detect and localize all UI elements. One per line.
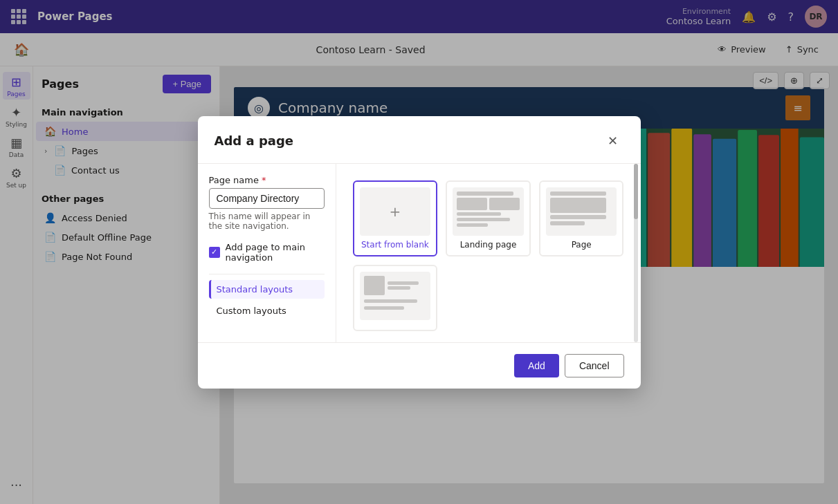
plus-icon: +	[389, 203, 401, 220]
page-name-input[interactable]	[209, 188, 325, 209]
layout-card-page[interactable]: Page	[539, 180, 624, 256]
landing-layout-label: Landing page	[460, 240, 517, 250]
required-indicator: *	[262, 175, 266, 185]
nav-checkbox-row: Add page to main navigation	[209, 242, 325, 263]
landing-layout-thumb	[453, 187, 524, 236]
page-layout-thumb	[546, 187, 617, 236]
page-layout-label: Page	[572, 240, 592, 250]
modal-form-section: Page name * This name will appear in the…	[198, 164, 336, 342]
page-name-hint: This name will appear in the site naviga…	[209, 212, 325, 231]
standard-layouts-tab[interactable]: Standard layouts	[209, 280, 325, 299]
layouts-grid: + Start from blank	[353, 180, 624, 331]
add-button[interactable]: Add	[514, 354, 559, 377]
blank-layout-label: Start from blank	[361, 240, 429, 250]
cancel-button[interactable]: Cancel	[565, 354, 624, 377]
nav-checkbox-label: Add page to main navigation	[226, 242, 325, 263]
modal-header: Add a page ✕	[198, 116, 641, 164]
layout-tabs: Standard layouts Custom layouts	[209, 280, 325, 320]
modal-footer: Add Cancel	[198, 342, 641, 389]
page-name-label: Page name *	[209, 175, 325, 185]
layout-card-landing[interactable]: Landing page	[446, 180, 531, 256]
layout-card-fourth[interactable]	[353, 265, 438, 331]
layout-card-blank[interactable]: + Start from blank	[353, 180, 438, 256]
modal-close-button[interactable]: ✕	[602, 130, 624, 152]
scroll-indicator	[634, 164, 638, 342]
custom-layouts-tab[interactable]: Custom layouts	[209, 301, 325, 320]
add-page-modal: Add a page ✕ Page name * This name will …	[198, 116, 641, 389]
modal-layouts-section: + Start from blank	[336, 164, 641, 342]
blank-layout-thumb: +	[360, 187, 431, 236]
divider	[209, 274, 325, 274]
modal-overlay: Add a page ✕ Page name * This name will …	[0, 0, 838, 504]
fourth-layout-thumb	[360, 272, 431, 320]
page-name-group: Page name * This name will appear in the…	[209, 175, 325, 231]
modal-body: Page name * This name will appear in the…	[198, 164, 641, 342]
nav-checkbox[interactable]	[209, 247, 220, 258]
modal-title: Add a page	[215, 133, 294, 148]
